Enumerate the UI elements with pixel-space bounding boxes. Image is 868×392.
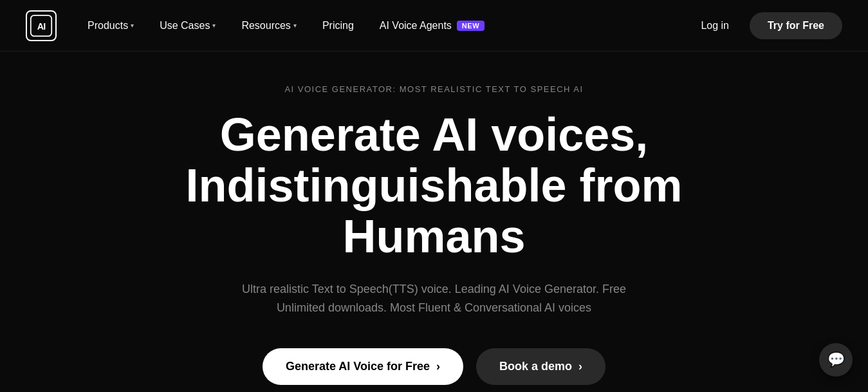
hero-subtitle: AI VOICE GENERATOR: MOST REALISTIC TEXT …: [284, 84, 583, 94]
hero-title-line1: Generate AI voices,: [220, 109, 649, 160]
try-free-button[interactable]: Try for Free: [750, 12, 842, 39]
new-badge: NEW: [457, 21, 485, 31]
hero-buttons: Generate AI Voice for Free › Book a demo…: [263, 348, 605, 385]
svg-text:AI: AI: [37, 21, 46, 32]
hero-desc-line2: Unlimited downloads. Most Fluent & Conve…: [277, 301, 591, 314]
chat-bubble[interactable]: 💬: [819, 343, 853, 377]
nav-item-ai-voice-agents[interactable]: AI Voice Agents NEW: [369, 15, 495, 37]
nav-links: Products ▾ Use Cases ▾ Resources ▾ Prici…: [77, 15, 495, 37]
login-button[interactable]: Log in: [690, 15, 739, 37]
arrow-icon: ›: [578, 360, 582, 373]
nav-ai-voice-label: AI Voice Agents: [380, 20, 452, 32]
book-demo-button[interactable]: Book a demo ›: [476, 348, 605, 385]
hero-section: AI VOICE GENERATOR: MOST REALISTIC TEXT …: [0, 51, 868, 392]
chevron-down-icon: ▾: [131, 22, 134, 29]
nav-resources-label: Resources: [241, 20, 290, 32]
hero-title: Generate AI voices, Indistinguishable fr…: [185, 109, 682, 263]
nav-item-use-cases[interactable]: Use Cases ▾: [149, 15, 226, 37]
generate-voice-button[interactable]: Generate AI Voice for Free ›: [263, 348, 463, 385]
logo[interactable]: AI: [26, 10, 57, 41]
arrow-icon: ›: [436, 360, 440, 373]
hero-title-line3: Humans: [342, 210, 525, 262]
generate-voice-label: Generate AI Voice for Free: [286, 360, 430, 373]
chevron-down-icon: ▾: [293, 22, 297, 29]
nav-item-resources[interactable]: Resources ▾: [231, 15, 306, 37]
book-demo-label: Book a demo: [499, 360, 572, 373]
nav-use-cases-label: Use Cases: [160, 20, 210, 32]
navbar-right: Log in Try for Free: [690, 12, 842, 39]
navbar-left: AI Products ▾ Use Cases ▾ Resources ▾ Pr…: [26, 10, 495, 41]
chevron-down-icon: ▾: [212, 22, 216, 29]
nav-pricing-label: Pricing: [322, 20, 354, 32]
chat-icon: 💬: [827, 351, 845, 368]
hero-description: Ultra realistic Text to Speech(TTS) voic…: [242, 280, 626, 317]
nav-products-label: Products: [88, 20, 128, 32]
hero-desc-line1: Ultra realistic Text to Speech(TTS) voic…: [242, 283, 626, 295]
navbar: AI Products ▾ Use Cases ▾ Resources ▾ Pr…: [0, 0, 868, 51]
nav-item-pricing[interactable]: Pricing: [312, 15, 364, 37]
nav-item-products[interactable]: Products ▾: [77, 15, 144, 37]
hero-title-line2: Indistinguishable from: [185, 160, 682, 211]
